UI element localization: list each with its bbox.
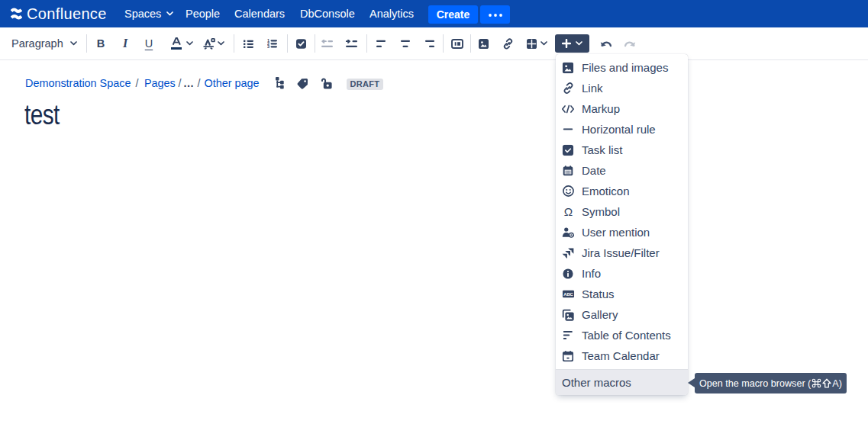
svg-text:ABC: ABC xyxy=(563,292,573,297)
svg-text:3: 3 xyxy=(267,44,269,48)
